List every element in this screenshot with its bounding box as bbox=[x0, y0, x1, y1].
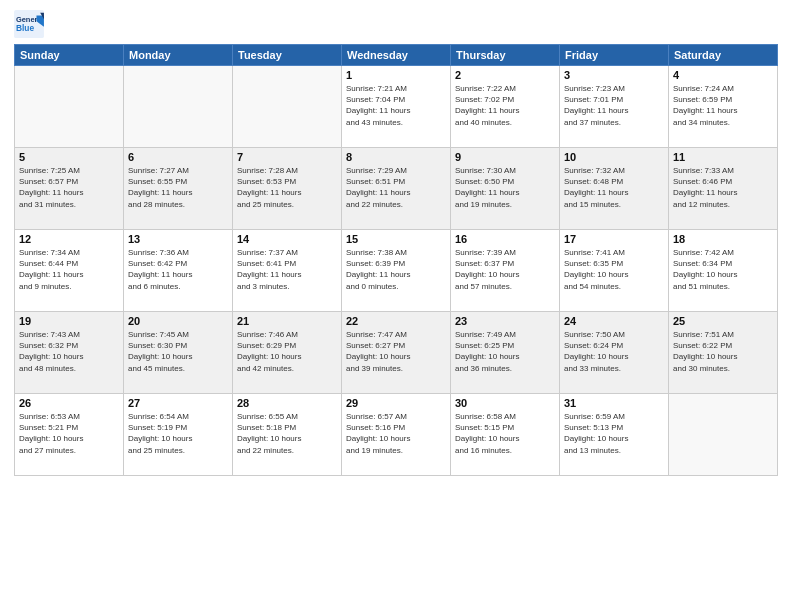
calendar-week-row: 5Sunrise: 7:25 AM Sunset: 6:57 PM Daylig… bbox=[15, 148, 778, 230]
day-number: 23 bbox=[455, 315, 555, 327]
day-info: Sunrise: 6:58 AM Sunset: 5:15 PM Dayligh… bbox=[455, 411, 555, 456]
day-info: Sunrise: 7:41 AM Sunset: 6:35 PM Dayligh… bbox=[564, 247, 664, 292]
day-number: 9 bbox=[455, 151, 555, 163]
day-number: 24 bbox=[564, 315, 664, 327]
calendar-cell: 28Sunrise: 6:55 AM Sunset: 5:18 PM Dayli… bbox=[233, 394, 342, 476]
day-number: 5 bbox=[19, 151, 119, 163]
day-number: 12 bbox=[19, 233, 119, 245]
day-number: 14 bbox=[237, 233, 337, 245]
calendar-cell: 15Sunrise: 7:38 AM Sunset: 6:39 PM Dayli… bbox=[342, 230, 451, 312]
day-info: Sunrise: 7:50 AM Sunset: 6:24 PM Dayligh… bbox=[564, 329, 664, 374]
day-number: 13 bbox=[128, 233, 228, 245]
day-info: Sunrise: 7:22 AM Sunset: 7:02 PM Dayligh… bbox=[455, 83, 555, 128]
day-info: Sunrise: 7:49 AM Sunset: 6:25 PM Dayligh… bbox=[455, 329, 555, 374]
day-info: Sunrise: 7:30 AM Sunset: 6:50 PM Dayligh… bbox=[455, 165, 555, 210]
calendar-cell: 19Sunrise: 7:43 AM Sunset: 6:32 PM Dayli… bbox=[15, 312, 124, 394]
calendar-cell: 6Sunrise: 7:27 AM Sunset: 6:55 PM Daylig… bbox=[124, 148, 233, 230]
day-number: 18 bbox=[673, 233, 773, 245]
calendar-cell: 23Sunrise: 7:49 AM Sunset: 6:25 PM Dayli… bbox=[451, 312, 560, 394]
weekday-header: Tuesday bbox=[233, 45, 342, 66]
calendar-cell: 2Sunrise: 7:22 AM Sunset: 7:02 PM Daylig… bbox=[451, 66, 560, 148]
day-info: Sunrise: 7:34 AM Sunset: 6:44 PM Dayligh… bbox=[19, 247, 119, 292]
day-number: 7 bbox=[237, 151, 337, 163]
calendar-week-row: 1Sunrise: 7:21 AM Sunset: 7:04 PM Daylig… bbox=[15, 66, 778, 148]
calendar-cell: 17Sunrise: 7:41 AM Sunset: 6:35 PM Dayli… bbox=[560, 230, 669, 312]
day-number: 26 bbox=[19, 397, 119, 409]
day-info: Sunrise: 7:38 AM Sunset: 6:39 PM Dayligh… bbox=[346, 247, 446, 292]
calendar-cell: 3Sunrise: 7:23 AM Sunset: 7:01 PM Daylig… bbox=[560, 66, 669, 148]
day-info: Sunrise: 7:39 AM Sunset: 6:37 PM Dayligh… bbox=[455, 247, 555, 292]
weekday-header: Thursday bbox=[451, 45, 560, 66]
day-number: 20 bbox=[128, 315, 228, 327]
day-info: Sunrise: 6:59 AM Sunset: 5:13 PM Dayligh… bbox=[564, 411, 664, 456]
day-info: Sunrise: 7:33 AM Sunset: 6:46 PM Dayligh… bbox=[673, 165, 773, 210]
calendar-week-row: 19Sunrise: 7:43 AM Sunset: 6:32 PM Dayli… bbox=[15, 312, 778, 394]
day-number: 31 bbox=[564, 397, 664, 409]
calendar-cell: 4Sunrise: 7:24 AM Sunset: 6:59 PM Daylig… bbox=[669, 66, 778, 148]
calendar-cell: 13Sunrise: 7:36 AM Sunset: 6:42 PM Dayli… bbox=[124, 230, 233, 312]
page-header: General Blue bbox=[14, 10, 778, 38]
day-number: 16 bbox=[455, 233, 555, 245]
day-number: 15 bbox=[346, 233, 446, 245]
day-number: 22 bbox=[346, 315, 446, 327]
day-info: Sunrise: 7:42 AM Sunset: 6:34 PM Dayligh… bbox=[673, 247, 773, 292]
weekday-header: Wednesday bbox=[342, 45, 451, 66]
day-number: 8 bbox=[346, 151, 446, 163]
day-number: 21 bbox=[237, 315, 337, 327]
calendar-cell: 18Sunrise: 7:42 AM Sunset: 6:34 PM Dayli… bbox=[669, 230, 778, 312]
calendar-cell: 10Sunrise: 7:32 AM Sunset: 6:48 PM Dayli… bbox=[560, 148, 669, 230]
day-info: Sunrise: 7:29 AM Sunset: 6:51 PM Dayligh… bbox=[346, 165, 446, 210]
day-number: 1 bbox=[346, 69, 446, 81]
calendar-cell: 7Sunrise: 7:28 AM Sunset: 6:53 PM Daylig… bbox=[233, 148, 342, 230]
weekday-header: Sunday bbox=[15, 45, 124, 66]
calendar-week-row: 12Sunrise: 7:34 AM Sunset: 6:44 PM Dayli… bbox=[15, 230, 778, 312]
logo-icon: General Blue bbox=[14, 10, 44, 38]
logo: General Blue bbox=[14, 10, 44, 38]
day-number: 27 bbox=[128, 397, 228, 409]
day-info: Sunrise: 7:46 AM Sunset: 6:29 PM Dayligh… bbox=[237, 329, 337, 374]
day-info: Sunrise: 7:37 AM Sunset: 6:41 PM Dayligh… bbox=[237, 247, 337, 292]
day-number: 6 bbox=[128, 151, 228, 163]
day-info: Sunrise: 7:32 AM Sunset: 6:48 PM Dayligh… bbox=[564, 165, 664, 210]
calendar-cell: 5Sunrise: 7:25 AM Sunset: 6:57 PM Daylig… bbox=[15, 148, 124, 230]
day-info: Sunrise: 7:25 AM Sunset: 6:57 PM Dayligh… bbox=[19, 165, 119, 210]
calendar-cell: 25Sunrise: 7:51 AM Sunset: 6:22 PM Dayli… bbox=[669, 312, 778, 394]
calendar-cell: 1Sunrise: 7:21 AM Sunset: 7:04 PM Daylig… bbox=[342, 66, 451, 148]
calendar-cell: 11Sunrise: 7:33 AM Sunset: 6:46 PM Dayli… bbox=[669, 148, 778, 230]
calendar-cell bbox=[15, 66, 124, 148]
day-info: Sunrise: 6:54 AM Sunset: 5:19 PM Dayligh… bbox=[128, 411, 228, 456]
day-number: 17 bbox=[564, 233, 664, 245]
calendar-table: SundayMondayTuesdayWednesdayThursdayFrid… bbox=[14, 44, 778, 476]
calendar-week-row: 26Sunrise: 6:53 AM Sunset: 5:21 PM Dayli… bbox=[15, 394, 778, 476]
calendar-cell bbox=[124, 66, 233, 148]
day-info: Sunrise: 7:51 AM Sunset: 6:22 PM Dayligh… bbox=[673, 329, 773, 374]
day-number: 2 bbox=[455, 69, 555, 81]
day-info: Sunrise: 6:53 AM Sunset: 5:21 PM Dayligh… bbox=[19, 411, 119, 456]
calendar-cell: 9Sunrise: 7:30 AM Sunset: 6:50 PM Daylig… bbox=[451, 148, 560, 230]
calendar-cell: 21Sunrise: 7:46 AM Sunset: 6:29 PM Dayli… bbox=[233, 312, 342, 394]
day-number: 25 bbox=[673, 315, 773, 327]
day-info: Sunrise: 7:28 AM Sunset: 6:53 PM Dayligh… bbox=[237, 165, 337, 210]
day-number: 3 bbox=[564, 69, 664, 81]
day-info: Sunrise: 6:55 AM Sunset: 5:18 PM Dayligh… bbox=[237, 411, 337, 456]
calendar-cell: 24Sunrise: 7:50 AM Sunset: 6:24 PM Dayli… bbox=[560, 312, 669, 394]
weekday-header-row: SundayMondayTuesdayWednesdayThursdayFrid… bbox=[15, 45, 778, 66]
day-info: Sunrise: 7:21 AM Sunset: 7:04 PM Dayligh… bbox=[346, 83, 446, 128]
calendar-cell: 30Sunrise: 6:58 AM Sunset: 5:15 PM Dayli… bbox=[451, 394, 560, 476]
svg-text:Blue: Blue bbox=[16, 23, 34, 33]
calendar-cell: 22Sunrise: 7:47 AM Sunset: 6:27 PM Dayli… bbox=[342, 312, 451, 394]
weekday-header: Friday bbox=[560, 45, 669, 66]
calendar-cell: 27Sunrise: 6:54 AM Sunset: 5:19 PM Dayli… bbox=[124, 394, 233, 476]
page-container: General Blue SundayMondayTuesdayWednesda… bbox=[0, 0, 792, 612]
calendar-cell bbox=[233, 66, 342, 148]
calendar-cell: 29Sunrise: 6:57 AM Sunset: 5:16 PM Dayli… bbox=[342, 394, 451, 476]
calendar-cell: 14Sunrise: 7:37 AM Sunset: 6:41 PM Dayli… bbox=[233, 230, 342, 312]
calendar-cell: 16Sunrise: 7:39 AM Sunset: 6:37 PM Dayli… bbox=[451, 230, 560, 312]
calendar-cell: 20Sunrise: 7:45 AM Sunset: 6:30 PM Dayli… bbox=[124, 312, 233, 394]
day-info: Sunrise: 7:45 AM Sunset: 6:30 PM Dayligh… bbox=[128, 329, 228, 374]
calendar-cell: 26Sunrise: 6:53 AM Sunset: 5:21 PM Dayli… bbox=[15, 394, 124, 476]
day-info: Sunrise: 7:23 AM Sunset: 7:01 PM Dayligh… bbox=[564, 83, 664, 128]
day-info: Sunrise: 6:57 AM Sunset: 5:16 PM Dayligh… bbox=[346, 411, 446, 456]
day-info: Sunrise: 7:36 AM Sunset: 6:42 PM Dayligh… bbox=[128, 247, 228, 292]
day-info: Sunrise: 7:24 AM Sunset: 6:59 PM Dayligh… bbox=[673, 83, 773, 128]
